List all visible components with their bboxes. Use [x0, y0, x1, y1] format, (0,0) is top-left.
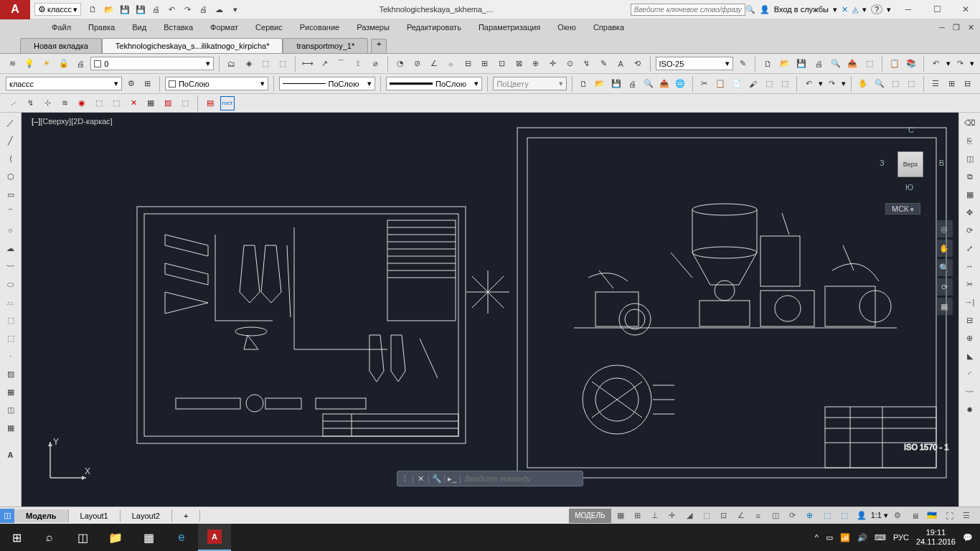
menu-dimension[interactable]: Размеры	[348, 21, 398, 34]
menu-view[interactable]: Вид	[123, 21, 155, 34]
status-otrack-icon[interactable]: ∠	[733, 509, 749, 523]
sun-icon[interactable]: ☀	[39, 57, 54, 71]
centermark-icon[interactable]: ✛	[546, 57, 560, 71]
menu-tools[interactable]: Сервис	[247, 21, 291, 34]
polyline-tool-icon[interactable]: ⟨	[4, 151, 18, 166]
std-publish-icon[interactable]: 📤	[658, 77, 671, 91]
lineweight-combo[interactable]: ПоСлою ▾	[386, 77, 482, 90]
dimedit-icon[interactable]: ✎	[597, 57, 611, 71]
viewport-controls[interactable]: [–][Сверху][2D-каркас]	[32, 117, 113, 126]
dim-linear-icon[interactable]: ⟼	[301, 57, 315, 71]
std-globe-icon[interactable]: 🌐	[674, 77, 687, 91]
command-input[interactable]	[461, 474, 583, 483]
dimspace-icon[interactable]: ⊡	[495, 57, 509, 71]
status-model-button[interactable]: МОДЕЛЬ	[569, 509, 611, 523]
bulb-icon[interactable]: 💡	[23, 57, 37, 71]
fillet-icon[interactable]: ◜	[963, 367, 977, 381]
new-icon[interactable]: 🗋	[87, 3, 100, 16]
help-icon[interactable]: ?	[871, 4, 882, 14]
move-icon[interactable]: ✥	[963, 205, 977, 220]
designcenter-icon[interactable]: ⊞	[945, 77, 958, 91]
navorbit-icon[interactable]: ⟳	[936, 278, 953, 296]
compass-e[interactable]: В	[939, 159, 944, 167]
layerstate-icon[interactable]: 🗂	[225, 57, 239, 71]
exchange-icon[interactable]: ✕	[842, 5, 848, 14]
compass-s[interactable]: Ю	[905, 183, 913, 192]
doc-tab-new[interactable]: Новая вкладка	[20, 38, 102, 53]
dim-diameter-icon[interactable]: ⊘	[410, 57, 425, 71]
navzoom-icon[interactable]: 🔍	[936, 259, 953, 276]
textstyle-combo[interactable]: классс ▾	[6, 77, 122, 90]
user-icon[interactable]: 👤	[760, 5, 770, 14]
undo-icon[interactable]: ↶	[166, 3, 179, 16]
menu-edit[interactable]: Правка	[80, 21, 123, 34]
spds-multiline-icon[interactable]: ↯	[23, 96, 37, 110]
menu-format[interactable]: Формат	[202, 21, 247, 34]
table-tool-icon[interactable]: ▦	[4, 420, 18, 435]
cloud-icon[interactable]: ☁	[213, 3, 226, 16]
status-monitor-icon[interactable]: 🖥	[907, 509, 923, 523]
array-icon[interactable]: ▦	[963, 187, 977, 202]
revcloud-tool-icon[interactable]: ☁	[4, 241, 18, 255]
chamfer-icon[interactable]: ◣	[963, 349, 977, 363]
save-icon[interactable]: 💾	[118, 3, 131, 16]
navshowmotion-icon[interactable]: ▦	[936, 298, 953, 315]
layer-combo[interactable]: 0 ▾	[90, 57, 214, 70]
search-input[interactable]	[631, 4, 745, 16]
command-line[interactable]: ⋮ ✕ 🔧 ▸_	[397, 471, 583, 486]
inner-close-button[interactable]: ✕	[964, 21, 977, 34]
dim-angular-icon[interactable]: ∠	[427, 57, 441, 71]
zoomwindow-icon[interactable]: ⬚	[889, 77, 902, 91]
undo3-icon[interactable]: ↶	[802, 77, 815, 91]
app-shortcut-icon[interactable]: ▦	[132, 524, 165, 551]
status-polar-icon[interactable]: ✛	[664, 509, 680, 523]
publish-icon[interactable]: 📤	[846, 57, 860, 71]
doc-tab-tekhnolog[interactable]: Tekhnologicheskaya_s...ilikatnogo_kirpic…	[102, 38, 283, 53]
open2-icon[interactable]: 📂	[778, 57, 792, 71]
redo3-icon[interactable]: ↷	[826, 77, 839, 91]
navwheel-icon[interactable]: ◎	[936, 220, 953, 237]
tray-wifi-icon[interactable]: 📶	[840, 533, 850, 542]
status-grid-icon[interactable]: ▦	[613, 509, 628, 523]
dim-arc-icon[interactable]: ⌒	[334, 57, 349, 71]
status-snap-icon[interactable]: ⊞	[630, 509, 646, 523]
autodesk-icon[interactable]: ◬	[852, 5, 858, 14]
status-isodraft-icon[interactable]: ◢	[682, 509, 697, 523]
toolpalettes-icon[interactable]: ⊟	[961, 77, 974, 91]
edge-icon[interactable]: e	[165, 524, 198, 551]
line-tool-icon[interactable]: ／	[4, 116, 18, 130]
status-dyn-icon[interactable]: ⊕	[802, 509, 818, 523]
offset-icon[interactable]: ⧉	[963, 169, 977, 184]
status-sc-icon[interactable]: ⬚	[837, 509, 852, 523]
mirror-icon[interactable]: ◫	[963, 151, 977, 166]
preview-icon[interactable]: 🔍	[829, 57, 843, 71]
spds-table-icon[interactable]: ▦	[143, 96, 158, 110]
blend-icon[interactable]: 〰	[963, 385, 977, 399]
dimstyle-icon[interactable]: ✎	[736, 57, 750, 71]
std-print-icon[interactable]: 🖨	[626, 77, 639, 91]
status-flag-icon[interactable]: 🇺🇦	[924, 509, 940, 523]
cut-icon[interactable]: ✂	[698, 77, 711, 91]
dim-jogged-icon[interactable]: ◔	[393, 57, 407, 71]
spds-line-icon[interactable]: ⟋	[6, 96, 20, 110]
inner-minimize-button[interactable]: ─	[936, 21, 948, 34]
cmd-handle-icon[interactable]: ⋮	[397, 474, 413, 484]
menu-draw[interactable]: Рисование	[291, 21, 348, 34]
status-max-icon[interactable]: ⛶	[941, 509, 957, 523]
compass-n[interactable]: С	[908, 126, 914, 134]
save2-icon[interactable]: 💾	[795, 57, 809, 71]
dim-baseline-icon[interactable]: ⊟	[461, 57, 475, 71]
dropdown-icon[interactable]: ▾	[229, 3, 242, 16]
wcs-label[interactable]: МСК ▾	[885, 203, 920, 215]
maximize-button[interactable]: ☐	[923, 0, 951, 19]
drawing-canvas[interactable]: [–][Сверху][2D-каркас]	[22, 113, 958, 507]
redo-icon[interactable]: ↷	[182, 3, 194, 16]
paste-icon[interactable]: 📄	[730, 77, 743, 91]
close-button[interactable]: ✕	[951, 0, 980, 19]
gradient-tool-icon[interactable]: ▦	[4, 385, 18, 399]
search-taskbar-icon[interactable]: ⌕	[33, 524, 66, 551]
explode-icon[interactable]: ✸	[963, 402, 977, 417]
dimtedit-icon[interactable]: A	[613, 57, 628, 71]
block-icon[interactable]: ⬚	[762, 77, 775, 91]
dim-aligned-icon[interactable]: ↗	[317, 57, 331, 71]
